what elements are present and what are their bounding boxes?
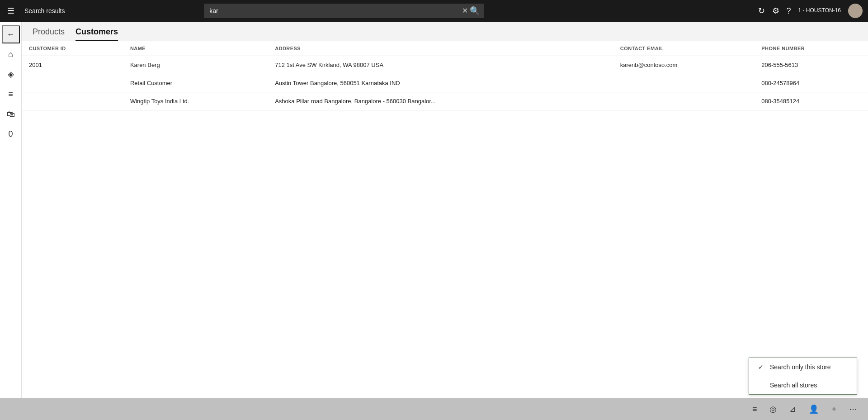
cell-customer_id-2 (22, 92, 123, 110)
cell-phone_number-0: 206-555-5613 (754, 56, 868, 74)
top-bar-right: ↻ ⚙ ? 1 - HOUSTON-16 (758, 4, 863, 18)
sidebar-item-products[interactable]: ◈ (2, 65, 20, 83)
cell-address-2: Ashoka Pillar road Bangalore, Bangalore … (268, 92, 613, 110)
sidebar-item-home[interactable]: ⌂ (2, 45, 20, 63)
refresh-button[interactable]: ↻ (758, 6, 765, 16)
tab-products[interactable]: Products (33, 27, 65, 41)
sidebar-item-back[interactable]: ← (2, 25, 20, 43)
search-box: ✕ 🔍 (204, 4, 484, 18)
store-label: 1 - HOUSTON-16 (798, 7, 841, 14)
search-only-this-store-label: Search only this store (770, 363, 831, 371)
col-header-name: NAME (123, 41, 268, 56)
cell-customer_id-1 (22, 74, 123, 92)
more-button[interactable]: ⋯ (849, 404, 857, 414)
col-header-address: ADDRESS (268, 41, 613, 56)
col-header-customer-id: CUSTOMER ID (22, 41, 123, 56)
tabs-bar: Products Customers (22, 22, 868, 41)
check-icon: ✓ (758, 363, 765, 371)
add-button[interactable]: + (831, 405, 836, 414)
customers-table-area: CUSTOMER ID NAME ADDRESS CONTACT EMAIL P… (22, 41, 868, 398)
table-row[interactable]: Retail CustomerAustin Tower Bangalore, 5… (22, 74, 868, 92)
cell-customer_id-0: 2001 (22, 56, 123, 74)
list-view-button[interactable]: ≡ (752, 405, 757, 414)
cell-name-0: Karen Berg (123, 56, 268, 74)
avatar[interactable] (848, 4, 863, 18)
cell-phone_number-2: 080-35485124 (754, 92, 868, 110)
sidebar: ← ⌂ ◈ ≡ 🛍 0 (0, 22, 22, 398)
table-header-row: CUSTOMER ID NAME ADDRESS CONTACT EMAIL P… (22, 41, 868, 56)
cell-name-2: Wingtip Toys India Ltd. (123, 92, 268, 110)
settings-button[interactable]: ⚙ (772, 6, 779, 16)
search-input[interactable] (204, 4, 484, 18)
cell-contact_email-1 (613, 74, 755, 92)
sidebar-item-zero[interactable]: 0 (2, 125, 20, 143)
cell-address-1: Austin Tower Bangalore, 560051 Karnataka… (268, 74, 613, 92)
sidebar-item-orders[interactable]: 🛍 (2, 105, 20, 123)
no-check-icon (758, 382, 765, 389)
cell-phone_number-1: 080-24578964 (754, 74, 868, 92)
person-button[interactable]: 👤 (809, 404, 819, 414)
cell-contact_email-0: karenb@contoso.com (613, 56, 755, 74)
help-button[interactable]: ? (787, 6, 791, 16)
search-all-stores-option[interactable]: Search all stores (749, 376, 857, 394)
customers-table: CUSTOMER ID NAME ADDRESS CONTACT EMAIL P… (22, 41, 868, 110)
search-go-button[interactable]: 🔍 (465, 4, 484, 18)
search-only-this-store-option[interactable]: ✓ Search only this store (749, 358, 857, 376)
filter-button[interactable]: ⊿ (789, 404, 796, 414)
bottom-bar: ≡ ◎ ⊿ 👤 + ⋯ (0, 398, 868, 420)
page-title: Search results (24, 7, 65, 14)
avatar-image (848, 4, 863, 18)
main-layout: ← ⌂ ◈ ≡ 🛍 0 Products Customers CUSTOMER … (0, 22, 868, 398)
search-scope-popup: ✓ Search only this store Search all stor… (749, 358, 857, 395)
main-content: Products Customers CUSTOMER ID NAME ADDR… (22, 22, 868, 398)
col-header-contact-email: CONTACT EMAIL (613, 41, 755, 56)
sidebar-item-list[interactable]: ≡ (2, 85, 20, 103)
search-all-stores-label: Search all stores (770, 382, 817, 389)
top-bar: ☰ Search results ✕ 🔍 ↻ ⚙ ? 1 - HOUSTON-1… (0, 0, 868, 22)
tab-customers[interactable]: Customers (75, 27, 118, 41)
cell-address-0: 712 1st Ave SW Kirkland, WA 98007 USA (268, 56, 613, 74)
table-row[interactable]: 2001Karen Berg712 1st Ave SW Kirkland, W… (22, 56, 868, 74)
cell-name-1: Retail Customer (123, 74, 268, 92)
table-row[interactable]: Wingtip Toys India Ltd.Ashoka Pillar roa… (22, 92, 868, 110)
col-header-phone-number: PHONE NUMBER (754, 41, 868, 56)
hamburger-menu-button[interactable]: ☰ (5, 4, 16, 18)
recent-button[interactable]: ◎ (769, 404, 777, 414)
cell-contact_email-2 (613, 92, 755, 110)
